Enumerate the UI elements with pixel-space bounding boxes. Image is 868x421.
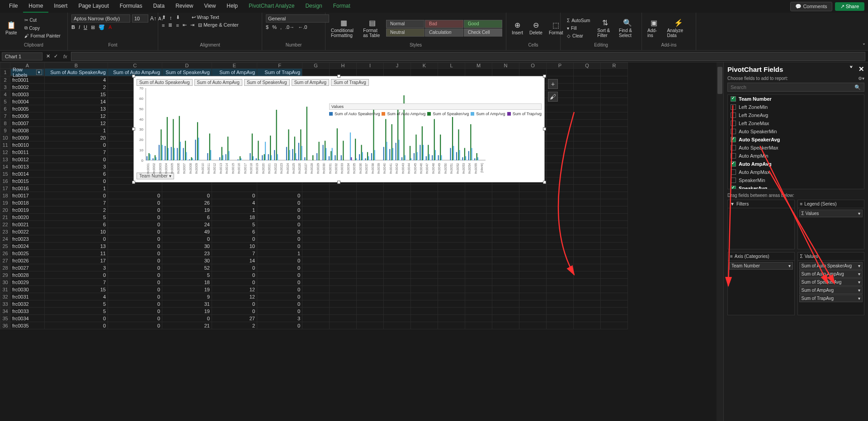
row-header-20[interactable]: 20: [0, 206, 10, 214]
cell-B23[interactable]: 10: [45, 228, 108, 235]
cell-F22[interactable]: 0: [257, 221, 302, 228]
cell-D24[interactable]: 0: [162, 235, 212, 243]
cell-B7[interactable]: 12: [45, 112, 108, 120]
chart-field-button[interactable]: Sum of TrapAvg: [331, 79, 369, 86]
cell-B15[interactable]: 6: [45, 170, 108, 178]
col-header-P[interactable]: P: [547, 63, 574, 69]
paste-button[interactable]: 📋Paste: [4, 20, 19, 36]
cell-D33[interactable]: 31: [162, 300, 212, 308]
cell-A28[interactable]: frc0027: [10, 264, 45, 271]
cell-C31[interactable]: 0: [108, 286, 162, 293]
cell-E29[interactable]: 0: [212, 271, 257, 279]
align-top-icon[interactable]: ⬆: [162, 14, 166, 20]
cell-D34[interactable]: 19: [162, 308, 212, 315]
cell-B36[interactable]: 0: [45, 322, 108, 329]
cell-F26[interactable]: 1: [257, 250, 302, 257]
cell-D30[interactable]: 18: [162, 279, 212, 286]
cell-E21[interactable]: 18: [212, 214, 257, 221]
cell-F29[interactable]: 0: [257, 271, 302, 279]
area-pill[interactable]: Σ Values▾: [799, 210, 863, 217]
cell-F33[interactable]: 0: [257, 300, 302, 308]
area-pill[interactable]: Sum of SpeakerAvg▾: [799, 278, 863, 286]
border-button[interactable]: ⊞: [91, 24, 95, 30]
filter-dropdown-icon[interactable]: ▾: [36, 70, 42, 75]
col-header-I[interactable]: I: [357, 63, 384, 69]
cell-D28[interactable]: 52: [162, 264, 212, 271]
cell-C22[interactable]: 0: [108, 221, 162, 228]
format-as-table-button[interactable]: ▤Format as Table: [361, 18, 383, 39]
checkbox-icon[interactable]: [731, 129, 736, 134]
col-header-F[interactable]: F: [257, 63, 302, 69]
pane-gear-icon[interactable]: ⚙▾: [858, 76, 864, 81]
cell-E23[interactable]: 6: [212, 228, 257, 235]
cell-A24[interactable]: frc0023: [10, 235, 45, 243]
cell-D17[interactable]: [162, 185, 212, 192]
font-name-select[interactable]: [71, 14, 130, 23]
row-header-23[interactable]: 23: [0, 228, 10, 235]
cell-B5[interactable]: 14: [45, 98, 108, 105]
cell-C20[interactable]: 0: [108, 206, 162, 214]
cell-C21[interactable]: 0: [108, 214, 162, 221]
style-calculation[interactable]: Calculation: [425, 28, 463, 37]
row-header-10[interactable]: 10: [0, 134, 10, 141]
cell-D27[interactable]: 30: [162, 257, 212, 264]
cell-E33[interactable]: 0: [212, 300, 257, 308]
cell-F20[interactable]: 0: [257, 206, 302, 214]
row-header-33[interactable]: 33: [0, 300, 10, 308]
cell-A26[interactable]: frc0025: [10, 250, 45, 257]
checkbox-icon[interactable]: [731, 178, 736, 183]
cell-B2[interactable]: 4: [45, 76, 108, 84]
row-header-14[interactable]: 14: [0, 163, 10, 170]
cell-B33[interactable]: 5: [45, 300, 108, 308]
field-auto-ampmax[interactable]: Auto AmpMax: [728, 168, 864, 176]
cell-B8[interactable]: 12: [45, 120, 108, 127]
find-select-button[interactable]: 🔍Find & Select: [617, 18, 638, 39]
col-header-N[interactable]: N: [492, 63, 519, 69]
cell-D26[interactable]: 23: [162, 250, 212, 257]
comments-button[interactable]: 💬 Comments: [790, 2, 832, 11]
cell-B1[interactable]: Sum of Auto SpeakerAvg: [45, 69, 108, 76]
cell-F27[interactable]: 0: [257, 257, 302, 264]
col-header-H[interactable]: H: [330, 63, 357, 69]
cell-B30[interactable]: 7: [45, 279, 108, 286]
cell-B3[interactable]: 2: [45, 84, 108, 91]
cell-B21[interactable]: 5: [45, 214, 108, 221]
filters-area[interactable]: ▼ Filters: [727, 200, 795, 249]
menu-page-layout[interactable]: Page Layout: [73, 0, 114, 13]
field-speakeravg[interactable]: SpeakerAvg: [728, 184, 864, 189]
addins-button[interactable]: ▣Add-ins: [646, 18, 662, 39]
row-header-9[interactable]: 9: [0, 127, 10, 134]
cell-E32[interactable]: 12: [212, 293, 257, 300]
row-header-27[interactable]: 27: [0, 257, 10, 264]
row-header-15[interactable]: 15: [0, 170, 10, 178]
inc-decimal-icon[interactable]: .0→: [285, 24, 294, 30]
cell-D21[interactable]: 6: [162, 214, 212, 221]
checkbox-icon[interactable]: [731, 104, 736, 110]
fill-color-button[interactable]: 🪣: [99, 24, 105, 30]
row-header-28[interactable]: 28: [0, 264, 10, 271]
row-header-22[interactable]: 22: [0, 221, 10, 228]
increase-font-icon[interactable]: A↑: [150, 15, 156, 22]
cell-B24[interactable]: 0: [45, 235, 108, 243]
cell-F24[interactable]: 0: [257, 235, 302, 243]
cell-A4[interactable]: frc0003: [10, 91, 45, 98]
sort-filter-button[interactable]: ⇅Sort & Filter: [595, 18, 614, 39]
cell-B16[interactable]: 0: [45, 178, 108, 185]
cell-D35[interactable]: 0: [162, 315, 212, 322]
col-header-O[interactable]: O: [519, 63, 547, 69]
checkbox-icon[interactable]: [731, 112, 736, 118]
style-good[interactable]: Good: [464, 20, 502, 28]
cell-A7[interactable]: frc0006: [10, 112, 45, 120]
pane-minimize-icon[interactable]: ˅: [849, 65, 853, 73]
cell-F19[interactable]: 0: [257, 199, 302, 206]
field-search-input[interactable]: [727, 83, 864, 92]
row-header-5[interactable]: 5: [0, 98, 10, 105]
row-header-8[interactable]: 8: [0, 120, 10, 127]
col-header-G[interactable]: G: [302, 63, 330, 69]
area-pill[interactable]: Sum of Auto AmpAvg▾: [799, 270, 863, 278]
cell-E25[interactable]: 10: [212, 243, 257, 250]
cell-E26[interactable]: 7: [212, 250, 257, 257]
col-header-R[interactable]: R: [601, 63, 628, 69]
field-auto-speakeravg[interactable]: Auto SpeakerAvg: [728, 136, 864, 144]
row-header-13[interactable]: 13: [0, 156, 10, 163]
